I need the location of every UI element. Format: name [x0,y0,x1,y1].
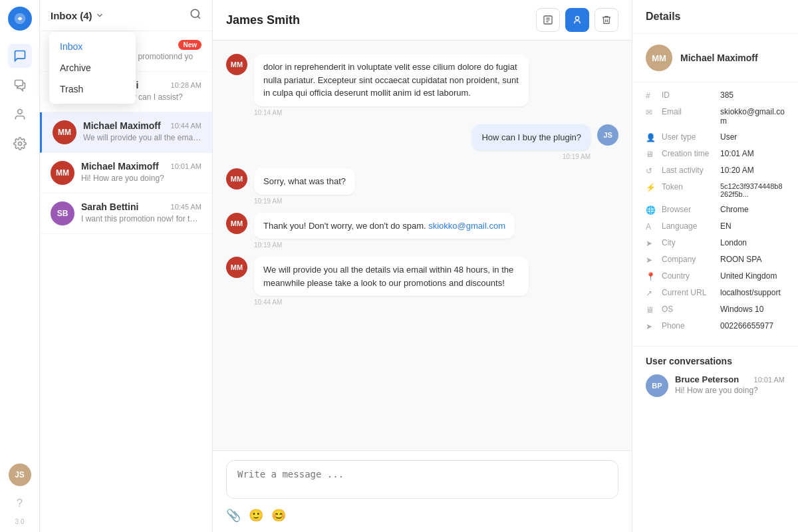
details-row-activity: ↺ Last activity 10:20 AM [646,166,785,176]
id-icon: # [646,91,656,100]
company-icon: ➤ [646,255,656,265]
details-value-language: EN [720,221,732,231]
message-avatar: MM [226,213,247,234]
message-bubble: dolor in reprehenderit in voluptate veli… [254,54,529,106]
details-value-phone: 002266655977 [720,321,773,331]
os-icon: 🖥 [646,305,656,315]
details-conv-item[interactable]: BP Bruce Peterson 10:01 AM Hi! How are y… [646,374,785,397]
details-conv-time: 10:01 AM [754,376,785,384]
message-avatar: JS [597,124,618,146]
message-group: MM Thank you! Don't worry, we don't do s… [226,213,618,249]
details-row-phone: ➤ Phone 002266655977 [646,321,785,331]
conversation-item[interactable]: MM Michael Maximoff 10:01 AM Hi! How are… [40,153,212,194]
details-conv-name: Bruce Peterson [675,374,739,384]
conversation-time: 10:28 AM [171,81,201,89]
chat-header: James Smith [213,0,632,41]
inbox-label: Inbox (4) [51,10,92,21]
conversation-item[interactable]: MM Michael Maximoff 10:44 AM We will pro… [40,112,212,153]
sidebar-item-users[interactable] [8,102,32,126]
dropdown-item-inbox[interactable]: Inbox [49,36,136,57]
details-value-company: ROON SPA [720,255,761,264]
browser-icon: 🌐 [646,205,656,215]
message-avatar: MM [226,257,247,278]
svg-point-9 [575,17,579,20]
conversation-item[interactable]: SB Sarah Bettini 10:45 AM I want this pr… [40,194,212,234]
message-group: MM dolor in reprehenderit in voluptate v… [226,54,618,116]
sidebar-item-settings[interactable] [8,132,32,156]
chat-actions [536,8,618,32]
details-row-company: ➤ Company ROON SPA [646,255,785,265]
info-button[interactable] [565,8,589,32]
details-row-city: ➤ City London [646,238,785,248]
current-user-avatar[interactable]: JS [9,464,31,486]
message-input[interactable] [226,460,618,499]
details-label-phone: Phone [662,321,715,331]
notes-button[interactable] [536,8,560,32]
app-logo[interactable] [8,7,32,31]
conversation-time: 10:45 AM [171,203,201,211]
creation-icon: 🖥 [646,150,656,159]
message-bubble: How can I buy the plugin? [472,124,591,151]
details-row-token: ⚡ Token 5c12c3f9374448b8262f5b... [646,182,785,198]
details-label-id: ID [662,90,715,100]
details-label-token: Token [662,182,715,192]
dropdown-item-trash[interactable]: Trash [49,78,136,100]
dropdown-item-archive[interactable]: Archive [49,57,136,78]
details-user-avatar: MM [646,45,672,71]
token-icon: ⚡ [646,183,656,192]
inbox-dropdown-menu: Inbox Archive Trash [49,32,136,104]
help-button[interactable]: ? [8,491,32,515]
details-value-id: 385 [720,90,733,100]
new-badge: New [178,40,201,50]
details-conversations: User conversations BP Bruce Peterson 10:… [632,346,798,406]
svg-point-1 [17,110,22,114]
email-link[interactable]: skiokko@gmail.com [428,221,505,231]
details-header: Details [632,0,798,34]
conversation-content: Michael Maximoff 10:01 AM Hi! How are yo… [81,161,201,183]
details-row-language: A Language EN [646,221,785,231]
details-label-activity: Last activity [662,166,715,175]
message-avatar: MM [226,168,247,190]
conversation-time: 10:44 AM [171,122,201,130]
message-time: 10:19 AM [254,198,355,205]
country-icon: 📍 [646,272,656,281]
message-time: 10:44 AM [254,299,529,306]
sidebar-item-inbox[interactable] [8,44,32,68]
conversation-name: Michael Maximoff [83,120,161,131]
message-group: MM We will provide you all the details v… [226,257,618,306]
search-button[interactable] [190,8,201,23]
inbox-dropdown[interactable]: Inbox (4) [51,10,104,21]
emoji-button[interactable]: 😊 [271,508,286,523]
details-conv-preview: Hi! How are you doing? [675,386,785,395]
conversation-name: Sarah Bettini [81,201,138,212]
message-time: 10:14 AM [254,109,529,116]
message-content: We will provide you all the details via … [254,257,529,306]
details-label-usertype: User type [662,132,715,142]
delete-button[interactable] [595,8,618,32]
chat-main: James Smith MM dolor in reprehenderit in… [213,0,632,532]
details-row-url: ↗ Current URL localhost/support [646,288,785,298]
details-value-token: 5c12c3f9374448b8262f5b... [720,182,785,198]
details-info: # ID 385 ✉ Email skiokko@gmail.com 👤 Use… [632,82,798,346]
conversation-avatar: SB [51,201,74,225]
details-value-url: localhost/support [720,288,781,297]
conversation-preview: I want this promotion now! for this secr… [81,214,201,223]
message-bubble: We will provide you all the details via … [254,257,529,296]
emoji-face-button[interactable]: 🙂 [249,508,263,523]
details-label-country: Country [662,271,715,281]
attach-button[interactable]: 📎 [226,508,241,523]
details-label-city: City [662,238,715,247]
usertype-icon: 👤 [646,133,656,142]
conversation-preview: We will provide you all the email within… [83,133,201,142]
svg-point-3 [191,9,199,17]
details-value-creation: 10:01 AM [720,149,754,158]
details-row-usertype: 👤 User type User [646,132,785,142]
sidebar-item-chat[interactable] [8,73,32,97]
message-bubble: Thank you! Don't worry, we don't do spam… [254,213,515,239]
details-value-activity: 10:20 AM [720,166,754,175]
details-label-creation: Creation time [662,149,715,158]
conversation-avatar: MM [51,161,74,185]
details-conv-content: Bruce Peterson 10:01 AM Hi! How are you … [675,374,785,395]
message-input-area: 📎 🙂 😊 [213,450,632,532]
details-conv-title: User conversations [646,356,785,366]
